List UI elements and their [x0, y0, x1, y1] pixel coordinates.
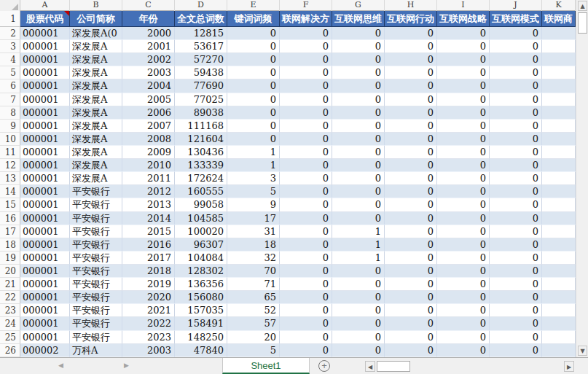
cell-D9[interactable]: 111168 [175, 120, 227, 133]
row-header-26[interactable]: 26 [0, 344, 20, 357]
cell-I13[interactable]: 0 [437, 172, 490, 185]
cell-E14[interactable]: 5 [227, 185, 280, 198]
tab-sheet1[interactable]: Sheet1 [222, 358, 310, 374]
cell-B5[interactable]: 深发展A [70, 66, 122, 79]
cell-K12[interactable] [542, 159, 576, 172]
cell-J17[interactable]: 0 [490, 225, 542, 238]
cell-A2[interactable]: 000001 [20, 27, 70, 40]
row-header-20[interactable]: 20 [0, 265, 20, 278]
cell-F17[interactable]: 0 [280, 225, 332, 238]
cell-E2[interactable]: 0 [227, 27, 280, 40]
cell-B13[interactable]: 深发展A [70, 172, 122, 185]
cell-J14[interactable]: 0 [490, 185, 542, 198]
row-header-13[interactable]: 13 [0, 172, 20, 185]
cell-E16[interactable]: 17 [227, 212, 280, 225]
cell-A8[interactable]: 000001 [20, 106, 70, 120]
column-header-E[interactable]: E [227, 0, 280, 11]
column-header-A[interactable]: A [20, 0, 70, 11]
cell-G16[interactable]: 0 [332, 212, 385, 225]
cell-B6[interactable]: 深发展A [70, 79, 122, 93]
cell-F7[interactable]: 0 [280, 93, 332, 106]
cell-C18[interactable]: 2016 [122, 238, 175, 252]
cell-K25[interactable] [542, 331, 576, 344]
cell-E23[interactable]: 52 [227, 304, 280, 317]
row-header-9[interactable]: 9 [0, 120, 20, 133]
cell-C24[interactable]: 2022 [122, 317, 175, 330]
cell-K26[interactable] [542, 344, 576, 357]
cell-I22[interactable]: 0 [437, 291, 490, 304]
cell-G17[interactable]: 1 [332, 225, 385, 238]
cell-B20[interactable]: 平安银行 [70, 265, 122, 278]
cell-H8[interactable]: 0 [385, 106, 437, 120]
row-header-16[interactable]: 16 [0, 212, 20, 225]
cell-J10[interactable]: 0 [490, 133, 542, 146]
cell-I8[interactable]: 0 [437, 106, 490, 120]
column-header-F[interactable]: F [280, 0, 332, 11]
cell-K22[interactable] [542, 291, 576, 304]
cell-I4[interactable]: 0 [437, 53, 490, 66]
next-sheet-arrow-icon[interactable]: ▶ [124, 362, 129, 369]
cell-F9[interactable]: 0 [280, 120, 332, 133]
cell-G12[interactable]: 0 [332, 159, 385, 172]
cell-H18[interactable]: 0 [385, 238, 437, 252]
cell-J26[interactable]: 0 [490, 344, 542, 357]
cell-B22[interactable]: 平安银行 [70, 291, 122, 304]
row-header-7[interactable]: 7 [0, 93, 20, 106]
row-header-5[interactable]: 5 [0, 66, 20, 79]
cell-J15[interactable]: 0 [490, 198, 542, 211]
cell-H1[interactable]: 互联网行动 [385, 11, 437, 27]
cell-H7[interactable]: 0 [385, 93, 437, 106]
cell-D8[interactable]: 89038 [175, 106, 227, 120]
cell-G26[interactable]: 0 [332, 344, 385, 357]
row-header-22[interactable]: 22 [0, 291, 20, 304]
cell-F26[interactable]: 0 [280, 344, 332, 357]
cell-F8[interactable]: 0 [280, 106, 332, 120]
cell-D7[interactable]: 77025 [175, 93, 227, 106]
cell-K7[interactable] [542, 93, 576, 106]
cell-A21[interactable]: 000001 [20, 278, 70, 291]
row-header-15[interactable]: 15 [0, 198, 20, 211]
cell-I26[interactable]: 0 [437, 344, 490, 357]
cell-H26[interactable]: 0 [385, 344, 437, 357]
cell-F14[interactable]: 0 [280, 185, 332, 198]
cell-C19[interactable]: 2017 [122, 252, 175, 265]
cell-C26[interactable]: 2003 [122, 344, 175, 357]
cell-D4[interactable]: 57270 [175, 53, 227, 66]
cell-B25[interactable]: 平安银行 [70, 331, 122, 344]
scroll-left-button[interactable]: ◀ [365, 361, 375, 372]
cell-J7[interactable]: 0 [490, 93, 542, 106]
cell-H9[interactable]: 0 [385, 120, 437, 133]
cell-B23[interactable]: 平安银行 [70, 304, 122, 317]
cell-B2[interactable]: 深发展A(0 [70, 27, 122, 40]
cell-C21[interactable]: 2019 [122, 278, 175, 291]
cell-D25[interactable]: 148250 [175, 331, 227, 344]
cell-A19[interactable]: 000001 [20, 252, 70, 265]
cell-J1[interactable]: 互联网模式 [490, 11, 542, 27]
cell-G22[interactable]: 0 [332, 291, 385, 304]
cell-B17[interactable]: 平安银行 [70, 225, 122, 238]
cell-K2[interactable] [542, 27, 576, 40]
cell-A5[interactable]: 000001 [20, 66, 70, 79]
cell-I1[interactable]: 互联网战略 [437, 11, 490, 27]
cell-H25[interactable]: 0 [385, 331, 437, 344]
horizontal-scroll-thumb[interactable] [377, 361, 410, 372]
cell-H12[interactable]: 0 [385, 159, 437, 172]
cell-C15[interactable]: 2013 [122, 198, 175, 211]
row-header-8[interactable]: 8 [0, 106, 20, 120]
cell-D13[interactable]: 172624 [175, 172, 227, 185]
cell-F13[interactable]: 0 [280, 172, 332, 185]
cell-D5[interactable]: 59438 [175, 66, 227, 79]
column-header-H[interactable]: H [385, 0, 437, 11]
cell-J19[interactable]: 0 [490, 252, 542, 265]
cell-F23[interactable]: 0 [280, 304, 332, 317]
cell-J24[interactable]: 0 [490, 317, 542, 330]
cell-E22[interactable]: 65 [227, 291, 280, 304]
cell-K4[interactable] [542, 53, 576, 66]
row-header-17[interactable]: 17 [0, 225, 20, 238]
cell-C7[interactable]: 2005 [122, 93, 175, 106]
cell-C23[interactable]: 2021 [122, 304, 175, 317]
cell-F16[interactable]: 0 [280, 212, 332, 225]
cell-D21[interactable]: 136356 [175, 278, 227, 291]
cell-D24[interactable]: 158491 [175, 317, 227, 330]
add-sheet-button[interactable]: + [318, 360, 330, 372]
